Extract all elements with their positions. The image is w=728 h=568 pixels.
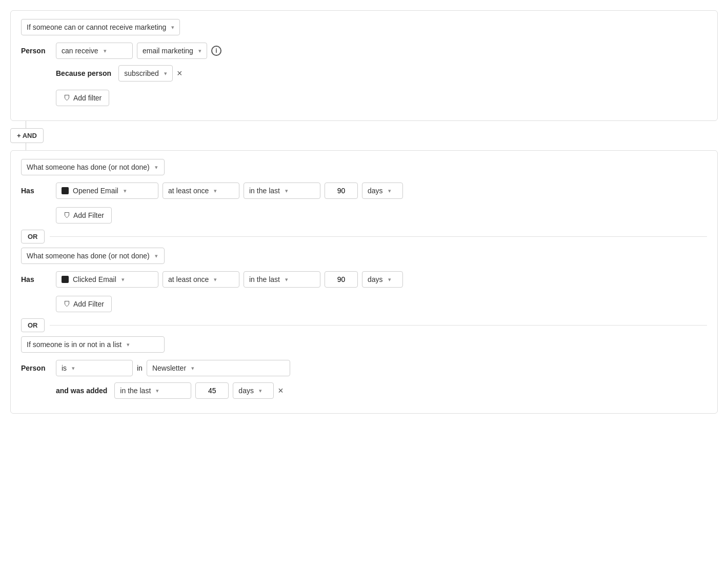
add-filter-row-2: ⛉ Add Filter	[21, 205, 707, 224]
vline-2	[26, 143, 26, 150]
chevron-icon-7: ▾	[214, 188, 217, 194]
added-unit-select[interactable]: days ▾	[233, 382, 274, 399]
and-button[interactable]: + AND	[10, 128, 44, 143]
list-name-label: Newsletter	[152, 364, 186, 372]
chevron-icon-3: ▾	[198, 48, 201, 54]
chevron-icon-11: ▾	[122, 276, 125, 283]
amount-input-2[interactable]	[325, 271, 358, 288]
remove-because-button[interactable]: ×	[177, 69, 183, 78]
filter-icon-3: ⛉	[64, 300, 70, 308]
is-select[interactable]: is ▾	[56, 360, 133, 376]
frequency-select-1[interactable]: at least once ▾	[163, 182, 239, 199]
add-filter-row-1: ⛉ Add filter	[21, 88, 707, 106]
and-divider: + AND	[10, 121, 718, 150]
in-label: in	[137, 364, 143, 372]
chevron-icon-10: ▾	[155, 253, 158, 259]
condition-type-select-2[interactable]: What someone has done (or not done) ▾	[21, 159, 165, 175]
person-label-2: Person	[21, 364, 52, 372]
filter-icon-2: ⛉	[64, 212, 70, 219]
list-person-row: Person is ▾ in Newsletter ▾	[21, 360, 707, 376]
marketing-condition-block: If someone can or cannot receive marketi…	[10, 10, 718, 121]
condition-type-select-1[interactable]: If someone can or cannot receive marketi…	[21, 19, 180, 35]
subscribed-label: subscribed	[124, 69, 159, 77]
chevron-icon-5: ▾	[155, 164, 158, 171]
is-label: is	[62, 364, 67, 372]
chevron-icon-18: ▾	[156, 388, 159, 394]
event-select-1[interactable]: Opened Email ▾	[56, 182, 158, 199]
add-filter-label-2: Add Filter	[73, 211, 104, 219]
added-amount-input[interactable]	[195, 382, 229, 399]
add-filter-button-3[interactable]: ⛉ Add Filter	[56, 296, 112, 312]
chevron-icon-13: ▾	[285, 276, 288, 283]
add-filter-button-2[interactable]: ⛉ Add Filter	[56, 207, 112, 224]
and-was-added-row: and was added in the last ▾ days ▾ ×	[21, 382, 707, 399]
condition-type-label-2: What someone has done (or not done)	[27, 163, 150, 171]
chevron-icon-2: ▾	[104, 48, 107, 54]
remove-added-button[interactable]: ×	[278, 386, 284, 395]
event-icon-2	[62, 276, 69, 283]
chevron-icon-6: ▾	[124, 188, 127, 194]
or-divider-2: OR	[21, 318, 707, 332]
email-marketing-select[interactable]: email marketing ▾	[137, 43, 207, 59]
added-time-period-label: in the last	[120, 387, 151, 395]
or-divider-1: OR	[21, 230, 707, 244]
condition-type-select-3[interactable]: What someone has done (or not done) ▾	[21, 248, 165, 264]
time-period-label-1: in the last	[249, 187, 280, 195]
chevron-icon-4: ▾	[164, 70, 167, 77]
add-filter-label-3: Add Filter	[73, 300, 104, 308]
or-line-1	[50, 236, 707, 237]
because-person-label: Because person	[56, 69, 111, 77]
unit-select-2[interactable]: days ▾	[362, 271, 403, 288]
added-time-period-select[interactable]: in the last ▾	[114, 382, 191, 399]
added-unit-label: days	[238, 387, 254, 395]
unit-label-1: days	[368, 187, 383, 195]
add-filter-button-1[interactable]: ⛉ Add filter	[56, 90, 109, 106]
has-label-2: Has	[21, 275, 52, 283]
amount-input-1[interactable]	[325, 182, 358, 199]
or-line-2	[50, 325, 707, 326]
or-button-2[interactable]: OR	[21, 318, 45, 332]
or-button-1[interactable]: OR	[21, 230, 45, 244]
event-select-2[interactable]: Clicked Email ▾	[56, 271, 158, 288]
chevron-icon-17: ▾	[191, 365, 194, 372]
event-label-2: Clicked Email	[73, 275, 116, 283]
clicked-email-row: Has Clicked Email ▾ at least once ▾ in t…	[21, 271, 707, 288]
list-condition-block: If someone is in or not in a list ▾ Pers…	[21, 336, 707, 399]
and-was-added-label: and was added	[56, 387, 107, 395]
filter-icon-1: ⛉	[64, 94, 70, 102]
clicked-email-block: What someone has done (or not done) ▾ Ha…	[21, 248, 707, 312]
chevron-icon-15: ▾	[127, 341, 130, 348]
time-period-select-2[interactable]: in the last ▾	[244, 271, 320, 288]
chevron-icon-1: ▾	[171, 24, 174, 31]
can-receive-label: can receive	[62, 47, 98, 55]
email-marketing-label: email marketing	[143, 47, 193, 55]
condition-type-row-3: What someone has done (or not done) ▾	[21, 248, 707, 264]
chevron-icon-8: ▾	[285, 188, 288, 194]
add-filter-row-3: ⛉ Add Filter	[21, 294, 707, 312]
condition-type-row-1: If someone can or cannot receive marketi…	[21, 19, 707, 35]
time-period-select-1[interactable]: in the last ▾	[244, 182, 320, 199]
chevron-icon-12: ▾	[214, 276, 217, 283]
list-name-select[interactable]: Newsletter ▾	[147, 360, 290, 376]
info-icon[interactable]: i	[211, 46, 221, 56]
time-period-label-2: in the last	[249, 275, 280, 283]
condition-type-select-4[interactable]: If someone is in or not in a list ▾	[21, 336, 165, 353]
chevron-icon-19: ▾	[259, 388, 262, 394]
frequency-label-2: at least once	[168, 275, 209, 283]
condition-type-label-1: If someone can or cannot receive marketi…	[27, 23, 166, 31]
opened-email-block: What someone has done (or not done) ▾ Ha…	[10, 150, 718, 414]
frequency-select-2[interactable]: at least once ▾	[163, 271, 239, 288]
has-label-1: Has	[21, 187, 52, 195]
unit-label-2: days	[368, 275, 383, 283]
condition-type-label-4: If someone is in or not in a list	[27, 340, 122, 349]
unit-select-1[interactable]: days ▾	[362, 182, 403, 199]
add-filter-label-1: Add filter	[73, 94, 102, 102]
opened-email-row: Has Opened Email ▾ at least once ▾ in th…	[21, 182, 707, 199]
chevron-icon-9: ▾	[388, 188, 391, 194]
can-receive-select[interactable]: can receive ▾	[56, 43, 133, 59]
event-label-1: Opened Email	[73, 187, 118, 195]
person-can-receive-row: Person can receive ▾ email marketing ▾ i	[21, 43, 707, 59]
subscribed-select[interactable]: subscribed ▾	[118, 65, 173, 82]
or-button-label-1: OR	[28, 233, 38, 240]
and-button-label: + AND	[17, 132, 37, 139]
